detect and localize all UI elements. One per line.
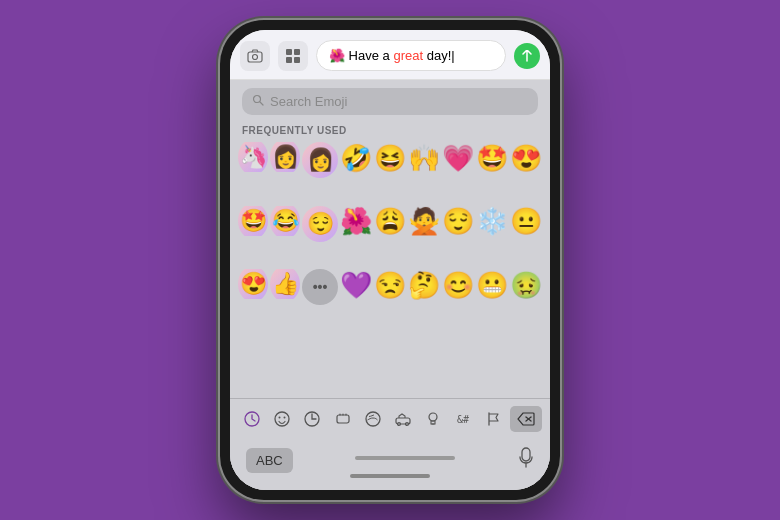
abc-button[interactable]: ABC xyxy=(246,448,293,473)
delete-button[interactable] xyxy=(510,406,542,432)
emoji-cell[interactable]: 🤢 xyxy=(510,269,542,301)
more-indicator: ••• xyxy=(302,269,338,305)
memoji-face2: 👩 xyxy=(302,142,338,178)
memoji-heart: 😍 xyxy=(238,269,268,299)
home-bar xyxy=(350,474,430,478)
svg-rect-3 xyxy=(294,49,300,55)
memoji-thumb: 👍 xyxy=(270,269,300,299)
emoji-cell[interactable]: 😍 xyxy=(238,269,268,299)
home-indicator xyxy=(355,456,455,460)
search-input[interactable]: Search Emoji xyxy=(242,88,538,115)
flags-tab[interactable] xyxy=(480,405,508,433)
search-icon xyxy=(252,94,264,109)
emoji-cell[interactable]: ❄️ xyxy=(476,206,508,238)
emoji-cell[interactable]: 😌 xyxy=(442,206,474,238)
camera-button[interactable] xyxy=(240,41,270,71)
svg-rect-23 xyxy=(522,448,530,461)
emoji-cell[interactable]: 😌 xyxy=(302,206,338,242)
send-button[interactable] xyxy=(514,43,540,69)
travel-tab[interactable] xyxy=(389,405,417,433)
emoji-cell[interactable]: 😊 xyxy=(442,269,474,301)
message-text: 🌺 Have a great day!| xyxy=(329,48,493,63)
svg-point-18 xyxy=(429,413,437,421)
emoji-cell[interactable]: 😆 xyxy=(374,142,406,174)
svg-point-14 xyxy=(366,412,380,426)
emoji-cell[interactable]: 🙅 xyxy=(408,206,440,238)
emoji-cell[interactable]: 😒 xyxy=(374,269,406,301)
emoji-toolbar: &# xyxy=(230,398,550,439)
memoji-face: 👩 xyxy=(270,142,300,172)
phone-container: 🌺 Have a great day!| xyxy=(220,20,560,500)
message-bar: 🌺 Have a great day!| xyxy=(230,30,550,80)
keyboard-bottom: ABC xyxy=(230,439,550,490)
emoji-cell[interactable]: 👩 xyxy=(302,142,338,178)
smiley-tab[interactable] xyxy=(268,405,296,433)
appstore-button[interactable] xyxy=(278,41,308,71)
emoji-keyboard: Search Emoji FREQUENTLY USED 🦄 👩 👩 🤣 😆 xyxy=(230,80,550,490)
search-bar: Search Emoji xyxy=(230,80,550,121)
more-emoji-button[interactable]: ••• xyxy=(302,269,338,305)
memoji-unicorn: 🦄 xyxy=(238,142,268,172)
memoji-cry: 😂 xyxy=(270,206,300,236)
svg-point-6 xyxy=(254,96,261,103)
sports-tab[interactable] xyxy=(359,405,387,433)
phone-screen: 🌺 Have a great day!| xyxy=(230,30,550,490)
emoji-cell[interactable]: 🤩 xyxy=(238,206,268,236)
highlighted-word: great xyxy=(393,48,423,63)
svg-line-7 xyxy=(260,102,263,105)
svg-rect-5 xyxy=(294,57,300,63)
emoji-cell[interactable]: 😐 xyxy=(510,206,542,238)
svg-rect-4 xyxy=(286,57,292,63)
svg-point-11 xyxy=(284,417,286,419)
emoji-cell[interactable]: 💜 xyxy=(340,269,372,301)
svg-text:&#: &# xyxy=(457,414,469,425)
emoji-cell[interactable]: 🤔 xyxy=(408,269,440,301)
emoji-cell[interactable]: 😩 xyxy=(374,206,406,238)
emoji-cell[interactable]: 🦄 xyxy=(238,142,268,172)
objects-tab[interactable] xyxy=(419,405,447,433)
memoji-zen: 😌 xyxy=(302,206,338,242)
memoji-stars: 🤩 xyxy=(238,206,268,236)
emoji-cell[interactable]: 👍 xyxy=(270,269,300,299)
emoji-cell[interactable]: 🤣 xyxy=(340,142,372,174)
clock-tab[interactable] xyxy=(298,405,326,433)
emoji-cell[interactable]: 😬 xyxy=(476,269,508,301)
symbols-tab[interactable]: &# xyxy=(450,405,478,433)
message-input[interactable]: 🌺 Have a great day!| xyxy=(316,40,506,71)
emoji-cell[interactable]: 🤩 xyxy=(476,142,508,174)
emoji-cell[interactable]: 👩 xyxy=(270,142,300,172)
emoji-cell[interactable]: 💗 xyxy=(442,142,474,174)
section-label: FREQUENTLY USED xyxy=(230,121,550,138)
emoji-cell[interactable]: 😍 xyxy=(510,142,542,174)
mic-button[interactable] xyxy=(518,447,534,474)
emoji-cell[interactable]: 🌺 xyxy=(340,206,372,238)
emoji-cell[interactable]: 🙌 xyxy=(408,142,440,174)
emoji-grid: 🦄 👩 👩 🤣 😆 🙌 💗 🤩 😍 🤩 xyxy=(230,138,550,398)
emoji-cell[interactable]: 😂 xyxy=(270,206,300,236)
svg-point-1 xyxy=(253,54,258,59)
svg-rect-0 xyxy=(248,52,262,62)
svg-point-10 xyxy=(279,417,281,419)
search-placeholder: Search Emoji xyxy=(270,94,347,109)
recent-tab[interactable] xyxy=(238,405,266,433)
svg-rect-13 xyxy=(337,415,349,423)
food-tab[interactable] xyxy=(329,405,357,433)
svg-rect-2 xyxy=(286,49,292,55)
